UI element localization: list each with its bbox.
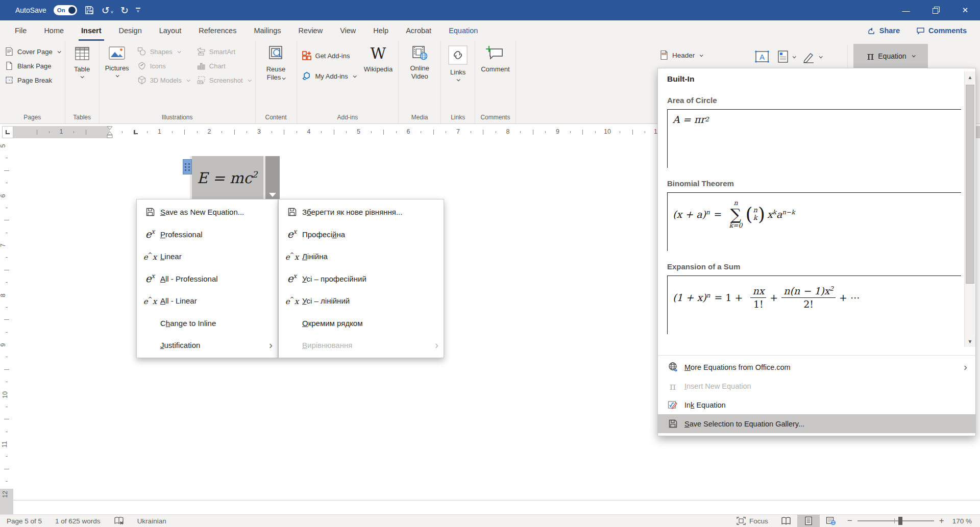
my-addins-button[interactable]: My Add-ins [298,68,359,84]
tab-help[interactable]: Help [364,20,397,41]
undo-chevron-icon[interactable]: ˅ [111,10,113,15]
page-break-button[interactable]: Page Break [1,73,64,87]
icons-button[interactable]: Icons [134,59,193,73]
tab-insert[interactable]: Insert [72,20,110,41]
signature-line-button[interactable] [802,49,822,64]
tab-layout[interactable]: Layout [151,20,190,41]
menu-item-change-to-inline[interactable]: Change to Inline [137,312,278,335]
pictures-button[interactable]: Pictures [101,42,134,78]
text-box-button[interactable]: A [754,49,770,64]
proofing-status[interactable] [107,516,131,525]
equation-ribbon-button[interactable]: π Equation [853,44,928,68]
wikipedia-button[interactable]: W Wikipedia [359,42,397,74]
menu-item-linear-uk[interactable]: e^xЛінійна [279,245,444,268]
share-button[interactable]: Share [862,24,906,37]
tab-file[interactable]: File [6,20,35,41]
menu-item-save-selection-to-equation-gallery[interactable]: Save Selection to Equation Gallery... [658,414,975,433]
three-d-models-button[interactable]: 3D Models [134,73,193,87]
equation-drag-handle[interactable] [183,159,192,174]
menu-item-all-professional[interactable]: exAll - Professional [137,268,278,290]
ruler-tick [396,131,397,133]
ruler-number: 5 [357,128,360,135]
comments-button[interactable]: Comments [910,24,973,37]
blank-page-button[interactable]: Blank Page [1,59,64,73]
zoom-percentage[interactable]: 170 % [949,517,980,525]
zoom-slider[interactable] [857,520,934,521]
tab-acrobat[interactable]: Acrobat [397,20,440,41]
page-indicator[interactable]: Page 5 of 5 [0,517,48,525]
table-icon [74,45,91,62]
indent-markers[interactable] [106,126,114,138]
menu-item-professional-uk[interactable]: exПрофесійна [279,223,444,246]
close-button[interactable]: ✕ [950,0,980,20]
equation-options-strip[interactable] [265,156,280,200]
gallery-item-binomial-theorem[interactable]: (x + a)n = n ∑ k=0 ( nk ) xkan−k [667,192,961,251]
focus-button[interactable]: Focus [730,517,775,525]
language-indicator[interactable]: Ukrainian [131,517,173,525]
menu-item-all-professional-uk[interactable]: exУсі – професійний [279,268,444,290]
get-addins-button[interactable]: Get Add-ins [298,48,359,63]
menu-item-professional[interactable]: exProfessional [137,223,278,246]
gallery-item-expansion-of-a-sum[interactable]: (1 + x)n = 1 + nx1! + n(n − 1)x22! + ⋯ [667,275,961,334]
shapes-button[interactable]: Shapes [134,44,193,59]
save-icon[interactable] [84,5,94,15]
ruler-tick [645,131,645,133]
word-count[interactable]: 1 of 625 words [48,517,107,525]
menu-item-all-linear[interactable]: e^xAll - Linear [137,290,278,312]
tab-mailings[interactable]: Mailings [245,20,289,41]
menu-item-more-equations-from-office-com[interactable]: More Equations from Office.com› [658,358,975,377]
scroll-down-icon[interactable]: ▼ [965,336,975,347]
tab-references[interactable]: References [190,20,245,41]
equation-content[interactable]: E = mc2 [190,156,265,200]
quick-parts-button[interactable] [777,49,795,64]
tab-review[interactable]: Review [290,20,332,41]
undo-button[interactable]: ↺˅ [102,6,113,15]
zoom-slider-thumb[interactable] [898,517,902,525]
menu-item-ink-equation[interactable]: Ink Equation [658,395,975,414]
equation-context-menu-ukrainian: Зберегти як нове рівняння...exПрофесійна… [278,199,444,358]
menu-item-save-as-new-equation-uk[interactable]: Зберегти як нове рівняння... [279,201,444,223]
submenu-chevron-icon: › [264,339,273,351]
online-video-button[interactable]: Online Video [400,42,439,82]
ruler-tick [6,456,8,457]
minimize-button[interactable]: — [891,0,921,20]
web-layout-button[interactable] [820,515,842,527]
selected-equation[interactable]: E = mc2 [183,156,280,200]
cover-page-button[interactable]: Cover Page [1,44,64,59]
menu-item-justification[interactable]: Justification› [137,334,278,357]
scrollbar-thumb[interactable] [966,85,974,284]
smartart-button[interactable]: SmartArt [193,44,254,59]
tab-design[interactable]: Design [110,20,151,41]
screenshot-button[interactable]: Screenshot [193,73,254,87]
table-button[interactable]: Table [66,42,98,79]
menu-item-linear[interactable]: e^xLinear [137,245,278,268]
get-addins-label: Get Add-ins [315,52,350,60]
zoom-out-button[interactable]: − [847,516,852,526]
tab-selector[interactable] [2,126,13,138]
reuse-files-button[interactable]: Reuse Files [257,42,296,83]
tab-home[interactable]: Home [35,20,72,41]
tab-view[interactable]: View [331,20,364,41]
ex-lin-icon: e^x [140,296,160,306]
header-button[interactable]: Header [659,50,702,60]
links-button[interactable]: Links [442,42,474,82]
autosave-toggle[interactable]: On [54,5,77,15]
scroll-up-icon[interactable]: ▲ [965,71,975,83]
customize-quick-access-toolbar-icon[interactable]: ˅ [136,8,140,13]
redo-button[interactable]: ↻ [120,6,129,15]
tab-equation[interactable]: Equation [440,20,486,41]
zoom-in-button[interactable]: + [939,516,944,526]
read-mode-button[interactable] [775,515,797,527]
comment-button[interactable]: Comment [476,42,514,74]
menu-item-save-as-new-equation[interactable]: Save as New Equation... [137,201,278,223]
menu-item-all-linear-uk[interactable]: e^xУсі – лінійний [279,290,444,312]
restore-button[interactable] [921,0,950,20]
print-layout-button[interactable] [797,515,820,527]
gallery-scrollbar[interactable]: ▲ ▼ [964,71,975,347]
ex-pro-icon: ex [282,272,302,285]
menu-item-display-on-own-line-uk[interactable]: Окремим рядком [279,312,444,335]
vertical-ruler[interactable]: 56789101112 [0,140,13,514]
gallery-item-area-of-circle[interactable]: A = πr2 [667,109,961,168]
ruler-tick [4,270,9,270]
chart-button[interactable]: Chart [193,59,254,73]
